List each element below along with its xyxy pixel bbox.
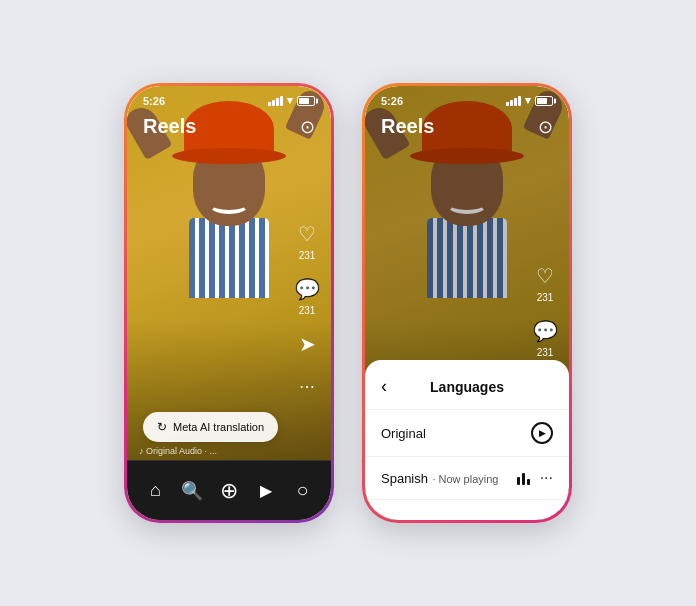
camera-icon-left[interactable]: ⊙ [300, 116, 315, 138]
nav-search-left[interactable]: 🔍 [177, 476, 207, 506]
languages-bottom-sheet: ‹ Languages Original ▶ Spanish · Now pla… [365, 360, 569, 520]
wifi-icon: ▾ [287, 94, 293, 107]
nav-add-left[interactable]: ⊕ [214, 476, 244, 506]
reels-title-right: Reels [381, 115, 434, 138]
ai-translation-bubble[interactable]: ↻ Meta AI translation [143, 412, 278, 442]
share-button-left[interactable]: ➤ [293, 330, 321, 358]
nav-home-left[interactable]: ⌂ [140, 476, 170, 506]
comment-icon-left: 💬 [293, 275, 321, 303]
signal-icon-right [506, 96, 521, 106]
more-button-left[interactable]: ⋯ [293, 372, 321, 400]
original-row-right: ▶ [531, 422, 553, 444]
battery-icon [297, 96, 315, 106]
nav-profile-left[interactable]: ○ [288, 476, 318, 506]
audio-text-left: ♪ Original Audio · ... [139, 446, 217, 456]
comment-button-left[interactable]: 💬 231 [293, 275, 321, 316]
status-bar-right: 5:26 ▾ [365, 86, 569, 111]
ai-translation-text: Meta AI translation [173, 421, 264, 433]
status-icons-left: ▾ [268, 94, 315, 107]
phone-left: 5:26 ▾ Reels ⊙ [124, 83, 334, 523]
app-header-right: Reels ⊙ [365, 111, 569, 146]
spanish-info: Spanish · Now playing [381, 469, 498, 487]
play-original-button[interactable]: ▶ [531, 422, 553, 444]
now-playing-label: · Now playing [432, 473, 498, 485]
sidebar-icons-left: ♡ 231 💬 231 ➤ ⋯ [293, 220, 321, 400]
sheet-header: ‹ Languages [365, 376, 569, 410]
back-button[interactable]: ‹ [381, 376, 387, 397]
more-options-icon[interactable]: ··· [540, 469, 553, 487]
heart-icon-left: ♡ [293, 220, 321, 248]
signal-icon [268, 96, 283, 106]
phone-right: 5:26 ▾ Reels ⊙ [362, 83, 572, 523]
app-header-left: Reels ⊙ [127, 111, 331, 146]
original-label: Original [381, 426, 426, 441]
status-icons-right: ▾ [506, 94, 553, 107]
equalizer-icon [517, 471, 530, 485]
phones-container: 5:26 ▾ Reels ⊙ [124, 83, 572, 523]
like-count-right: 231 [537, 292, 554, 303]
status-bar-left: 5:26 ▾ [127, 86, 331, 111]
time-left: 5:26 [143, 95, 165, 107]
like-count-left: 231 [299, 250, 316, 261]
time-right: 5:26 [381, 95, 403, 107]
nav-reels-left[interactable]: ▶ [251, 476, 281, 506]
comment-icon-right: 💬 [531, 317, 559, 345]
like-button-left[interactable]: ♡ 231 [293, 220, 321, 261]
shirt-decoration [189, 218, 269, 298]
audio-strip-left: ♪ Original Audio · ... [139, 446, 217, 456]
translate-icon: ↻ [157, 420, 167, 434]
spanish-label: Spanish [381, 471, 428, 486]
like-button-right[interactable]: ♡ 231 [531, 262, 559, 303]
comment-count-left: 231 [299, 305, 316, 316]
wifi-icon-right: ▾ [525, 94, 531, 107]
share-icon-left: ➤ [293, 330, 321, 358]
battery-icon-right [535, 96, 553, 106]
reels-title-left: Reels [143, 115, 196, 138]
comment-button-right[interactable]: 💬 231 [531, 317, 559, 358]
more-icon-left: ⋯ [293, 372, 321, 400]
bottom-nav-left: ⌂ 🔍 ⊕ ▶ ○ [127, 460, 331, 520]
heart-icon-right: ♡ [531, 262, 559, 290]
language-row-spanish[interactable]: Spanish · Now playing ··· [365, 457, 569, 500]
language-row-original[interactable]: Original ▶ [365, 410, 569, 457]
comment-count-right: 231 [537, 347, 554, 358]
sheet-title: Languages [430, 379, 504, 395]
camera-icon-right[interactable]: ⊙ [538, 116, 553, 138]
smile-decoration [209, 196, 249, 214]
spanish-row-right: ··· [517, 469, 553, 487]
